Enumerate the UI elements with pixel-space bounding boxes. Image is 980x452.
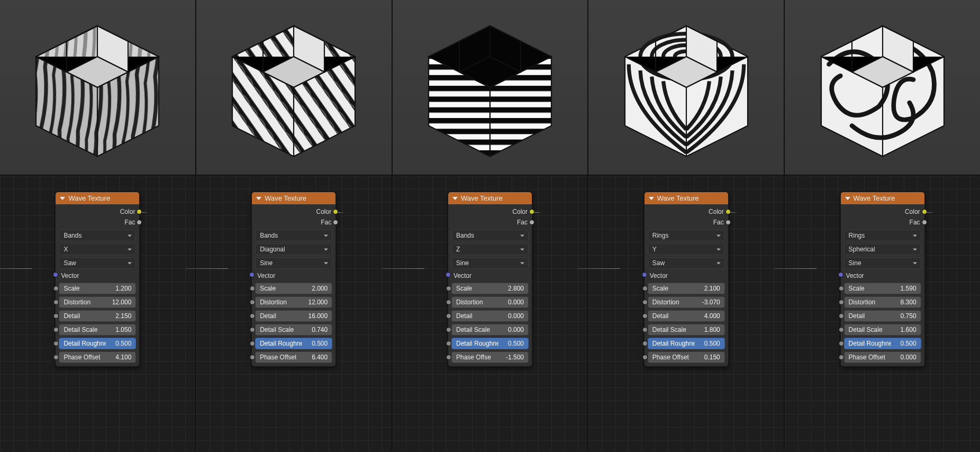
node-editor[interactable]: Wave Texture Color Fac Rings Y Saw Vecto… xyxy=(588,176,784,452)
socket-icon[interactable] xyxy=(53,286,59,291)
distortion-input[interactable]: Distortion0.000 xyxy=(451,296,529,308)
detail-input[interactable]: Detail0.000 xyxy=(451,310,529,322)
wave-texture-node[interactable]: Wave Texture Color Fac Bands X Saw xyxy=(55,192,140,367)
socket-icon[interactable] xyxy=(446,286,451,291)
detail-roughness-input[interactable]: Detail Roughne0.500 xyxy=(59,338,136,349)
viewport-preview[interactable] xyxy=(588,0,784,176)
type-dropdown[interactable]: Bands xyxy=(451,230,529,241)
profile-dropdown[interactable]: Saw xyxy=(648,257,725,269)
profile-dropdown[interactable]: Sine xyxy=(255,257,332,269)
socket-color-icon[interactable] xyxy=(725,209,731,214)
socket-icon[interactable] xyxy=(642,286,648,291)
socket-vector-icon[interactable] xyxy=(53,272,58,277)
socket-icon[interactable] xyxy=(839,300,844,305)
socket-icon[interactable] xyxy=(446,341,451,346)
detail-roughness-input[interactable]: Detail Roughne0.500 xyxy=(451,338,529,349)
scale-input[interactable]: Scale2.100 xyxy=(648,283,725,294)
vector-input[interactable]: Vector xyxy=(59,269,136,281)
detail-roughness-input[interactable]: Detail Roughne0.500 xyxy=(844,338,921,349)
socket-icon[interactable] xyxy=(446,327,451,332)
output-fac[interactable]: Fac xyxy=(451,217,529,228)
socket-color-icon[interactable] xyxy=(922,209,927,214)
socket-icon[interactable] xyxy=(642,327,648,332)
distortion-input[interactable]: Distortion12.000 xyxy=(255,296,332,308)
wave-texture-node[interactable]: Wave Texture Color Fac Rings Y Saw Vecto… xyxy=(644,192,729,367)
distortion-input[interactable]: Distortion-3.070 xyxy=(648,296,725,308)
socket-icon[interactable] xyxy=(250,286,255,291)
socket-icon[interactable] xyxy=(53,327,59,332)
output-color[interactable]: Color xyxy=(844,206,921,217)
collapse-icon[interactable] xyxy=(452,197,458,200)
output-fac[interactable]: Fac xyxy=(844,217,921,228)
detail-scale-input[interactable]: Detail Scale1.050 xyxy=(59,324,136,336)
viewport-preview[interactable] xyxy=(393,0,588,176)
socket-icon[interactable] xyxy=(446,313,451,319)
vector-input[interactable]: Vector xyxy=(451,269,529,281)
socket-color-icon[interactable] xyxy=(137,209,142,214)
phase-offset-input[interactable]: Phase Offset4.100 xyxy=(59,351,136,363)
node-header[interactable]: Wave Texture xyxy=(841,192,924,204)
node-editor[interactable]: Wave Texture Color Fac Bands Diagonal Si… xyxy=(196,176,392,452)
socket-icon[interactable] xyxy=(642,355,648,360)
detail-scale-input[interactable]: Detail Scale0.000 xyxy=(451,324,529,336)
output-color[interactable]: Color xyxy=(451,206,529,217)
direction-dropdown[interactable]: Spherical xyxy=(844,243,921,255)
distortion-input[interactable]: Distortion8.300 xyxy=(844,296,921,308)
node-header[interactable]: Wave Texture xyxy=(645,192,728,204)
viewport-preview[interactable] xyxy=(196,0,392,176)
socket-fac-icon[interactable] xyxy=(529,220,534,225)
output-fac[interactable]: Fac xyxy=(59,217,136,228)
type-dropdown[interactable]: Rings xyxy=(648,230,725,241)
detail-scale-input[interactable]: Detail Scale1.800 xyxy=(648,324,725,336)
scale-input[interactable]: Scale2.000 xyxy=(255,283,332,294)
profile-dropdown[interactable]: Saw xyxy=(59,257,136,269)
socket-vector-icon[interactable] xyxy=(642,272,647,277)
socket-fac-icon[interactable] xyxy=(922,220,927,225)
socket-icon[interactable] xyxy=(839,313,844,319)
vector-input[interactable]: Vector xyxy=(844,269,921,281)
collapse-icon[interactable] xyxy=(256,197,261,200)
profile-dropdown[interactable]: Sine xyxy=(844,257,921,269)
socket-fac-icon[interactable] xyxy=(725,220,731,225)
socket-icon[interactable] xyxy=(250,327,255,332)
direction-dropdown[interactable]: X xyxy=(59,243,136,255)
socket-icon[interactable] xyxy=(53,300,59,305)
socket-icon[interactable] xyxy=(839,327,844,332)
detail-scale-input[interactable]: Detail Scale1.600 xyxy=(844,324,921,336)
socket-icon[interactable] xyxy=(53,313,59,319)
socket-icon[interactable] xyxy=(53,341,59,346)
direction-dropdown[interactable]: Z xyxy=(451,243,529,255)
detail-scale-input[interactable]: Detail Scale0.740 xyxy=(255,324,332,336)
wave-texture-node[interactable]: Wave Texture Color Fac Bands Diagonal Si… xyxy=(251,192,336,367)
direction-dropdown[interactable]: Diagonal xyxy=(255,243,332,255)
vector-input[interactable]: Vector xyxy=(648,269,725,281)
node-editor[interactable]: Wave Texture Color Fac Rings Spherical S… xyxy=(785,176,980,452)
socket-icon[interactable] xyxy=(839,286,844,291)
socket-fac-icon[interactable] xyxy=(333,220,338,225)
collapse-icon[interactable] xyxy=(60,197,65,200)
collapse-icon[interactable] xyxy=(649,197,654,200)
node-header[interactable]: Wave Texture xyxy=(448,192,532,204)
socket-vector-icon[interactable] xyxy=(249,272,255,277)
socket-color-icon[interactable] xyxy=(529,209,534,214)
distortion-input[interactable]: Distortion12.000 xyxy=(59,296,136,308)
socket-icon[interactable] xyxy=(53,355,59,360)
socket-color-icon[interactable] xyxy=(333,209,338,214)
detail-input[interactable]: Detail2.150 xyxy=(59,310,136,322)
type-dropdown[interactable]: Bands xyxy=(255,230,332,241)
scale-input[interactable]: Scale2.800 xyxy=(451,283,529,294)
output-color[interactable]: Color xyxy=(255,206,332,217)
output-fac[interactable]: Fac xyxy=(255,217,332,228)
output-fac[interactable]: Fac xyxy=(648,217,725,228)
profile-dropdown[interactable]: Sine xyxy=(451,257,529,269)
phase-offset-input[interactable]: Phase Offset0.150 xyxy=(648,351,725,363)
scale-input[interactable]: Scale1.200 xyxy=(59,283,136,294)
node-header[interactable]: Wave Texture xyxy=(252,192,335,204)
detail-input[interactable]: Detail4.000 xyxy=(648,310,725,322)
socket-icon[interactable] xyxy=(839,341,844,346)
scale-input[interactable]: Scale1.590 xyxy=(844,283,921,294)
node-header[interactable]: Wave Texture xyxy=(56,192,139,204)
vector-input[interactable]: Vector xyxy=(255,269,332,281)
socket-icon[interactable] xyxy=(250,313,255,319)
direction-dropdown[interactable]: Y xyxy=(648,243,725,255)
